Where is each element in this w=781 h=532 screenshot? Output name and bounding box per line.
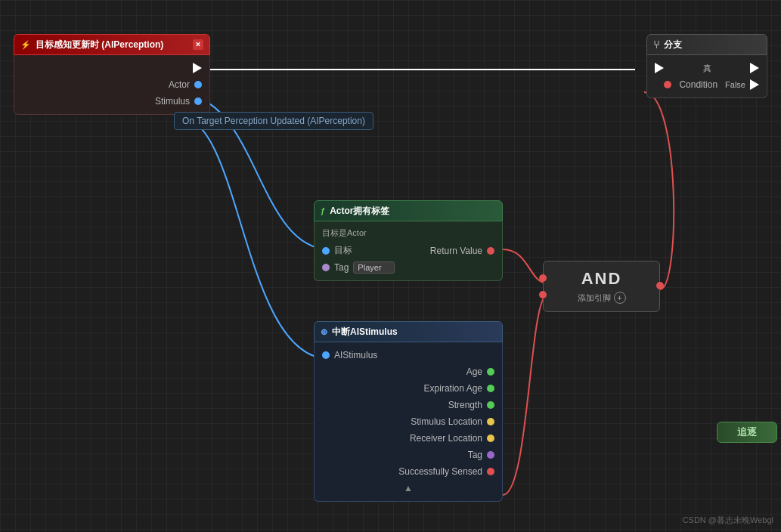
and-add-pin-btn[interactable]: + (614, 292, 626, 304)
watermark-text: CSDN @暮志未晚Webgl (683, 515, 773, 524)
ai-stimulus-exp-age-pin[interactable] (487, 385, 494, 392)
branch-false-pin[interactable] (750, 79, 759, 90)
ai-stimulus-input-row: AIStimulus (315, 347, 502, 363)
stimulus-tooltip: On Target Perception Updated (AIPercepti… (174, 112, 373, 130)
branch-true-pin[interactable] (750, 63, 759, 73)
actor-tag-node: ƒ Actor拥有标签 目标是Actor 目标 Return Value Tag (314, 200, 503, 281)
branch-node: ⑂ 分支 真 Condition False (646, 34, 767, 98)
branch-exec-in[interactable] (655, 63, 664, 73)
ai-stimulus-body: AIStimulus Age Expiration Age Strength S… (314, 342, 503, 502)
ai-stimulus-input-pin[interactable] (322, 351, 330, 359)
branch-node-body: 真 Condition False (646, 55, 767, 98)
actor-tag-target-pin[interactable] (322, 247, 330, 255)
actor-tag-body: 目标是Actor 目标 Return Value Tag (314, 221, 503, 281)
ai-stimulus-recv-pin[interactable] (487, 435, 494, 442)
ai-stimulus-strength-pin[interactable] (487, 401, 494, 409)
actor-tag-return-label: Return Value (430, 246, 482, 256)
tooltip-text: On Target Perception Updated (AIPercepti… (182, 116, 365, 126)
ai-stimulus-sensed-pin[interactable] (487, 468, 494, 475)
actor-tag-subtitle: 目标是Actor (315, 226, 502, 242)
chase-node-header: 追逐 (717, 422, 777, 443)
branch-node-header: ⑂ 分支 (646, 34, 767, 55)
ai-stimulus-loc-label: Stimulus Location (411, 416, 482, 427)
ai-stimulus-exp-age-label: Expiration Age (424, 383, 482, 394)
actor-tag-tag-row: Tag (315, 259, 502, 276)
event-node: ⚡ 目标感知更新时 (AIPerception) ✕ Actor Stimulu… (14, 34, 210, 115)
event-node-close[interactable]: ✕ (193, 39, 203, 50)
and-input-pins (539, 274, 547, 298)
and-label: AND (581, 269, 622, 289)
branch-false-label: False (725, 80, 745, 89)
and-node-body: AND 添加引脚 + (543, 261, 660, 312)
actor-tag-tag-input[interactable] (353, 261, 395, 274)
actor-tag-icon: ƒ (321, 206, 325, 215)
ai-stimulus-strength-label: Strength (448, 400, 482, 410)
actor-tag-target-row: 目标 Return Value (315, 242, 502, 259)
watermark: CSDN @暮志未晚Webgl (683, 515, 773, 526)
ai-stimulus-exp-age-row: Expiration Age (315, 380, 502, 397)
actor-tag-tag-pin[interactable] (322, 264, 330, 271)
event-icon: ⚡ (20, 40, 31, 50)
actor-tag-return-pin[interactable] (487, 247, 494, 255)
ai-stimulus-age-label: Age (466, 367, 482, 377)
and-output-pin-container (656, 281, 664, 292)
chase-node[interactable]: 追逐 (717, 422, 777, 443)
ai-stimulus-age-pin[interactable] (487, 368, 494, 376)
ai-stimulus-header: ⊕ 中断AIStimulus (314, 321, 503, 342)
actor-tag-title: Actor拥有标签 (330, 205, 389, 218)
event-actor-pin[interactable] (194, 81, 202, 88)
event-stimulus-row: Stimulus (14, 93, 209, 110)
event-stimulus-pin[interactable] (194, 97, 202, 105)
and-input-pin-2[interactable] (539, 291, 547, 298)
ai-stimulus-age-row: Age (315, 363, 502, 380)
chase-node-label: 追逐 (737, 425, 757, 439)
event-node-title: 目标感知更新时 (AIPerception) (36, 39, 163, 51)
event-actor-label: Actor (169, 79, 190, 90)
ai-stimulus-tag-pin[interactable] (487, 451, 494, 459)
event-exec-row (14, 60, 209, 76)
branch-condition-row: Condition False (647, 76, 767, 93)
and-input-pin-1[interactable] (539, 274, 547, 282)
ai-stimulus-collapse[interactable]: ▲ (315, 480, 502, 496)
ai-stimulus-input-label: AIStimulus (334, 350, 377, 360)
ai-stimulus-title: 中断AIStimulus (332, 326, 398, 339)
branch-condition-input-pin[interactable] (664, 81, 671, 88)
ai-stimulus-sensed-row: Successfully Sensed (315, 463, 502, 480)
and-sub: 添加引脚 + (578, 292, 626, 304)
ai-stimulus-node: ⊕ 中断AIStimulus AIStimulus Age Expiration… (314, 321, 503, 502)
event-node-body: Actor Stimulus (14, 55, 210, 115)
ai-stimulus-loc-pin[interactable] (487, 418, 494, 425)
actor-tag-target-label: 目标 (334, 244, 352, 257)
ai-stimulus-icon: ⊕ (321, 327, 327, 337)
branch-exec-row: 真 (647, 60, 767, 76)
actor-tag-header: ƒ Actor拥有标签 (314, 200, 503, 221)
actor-tag-tag-label: Tag (334, 262, 349, 273)
and-add-pin-label: 添加引脚 (578, 292, 611, 304)
event-stimulus-label: Stimulus (155, 96, 190, 107)
ai-stimulus-loc-row: Stimulus Location (315, 413, 502, 430)
collapse-icon: ▲ (404, 483, 413, 493)
branch-condition-label: Condition (679, 79, 717, 90)
ai-stimulus-tag-row: Tag (315, 447, 502, 463)
ai-stimulus-strength-row: Strength (315, 397, 502, 413)
ai-stimulus-recv-row: Receiver Location (315, 430, 502, 447)
branch-true-label: 真 (703, 63, 711, 74)
ai-stimulus-sensed-label: Successfully Sensed (398, 466, 482, 477)
and-node: AND 添加引脚 + (543, 261, 660, 312)
event-actor-row: Actor (14, 76, 209, 93)
ai-stimulus-tag-label: Tag (468, 450, 482, 460)
event-exec-pin[interactable] (193, 63, 202, 73)
and-output-pin[interactable] (656, 282, 664, 289)
event-node-header: ⚡ 目标感知更新时 (AIPerception) ✕ (14, 34, 210, 55)
ai-stimulus-recv-label: Receiver Location (410, 433, 482, 444)
branch-node-title: 分支 (664, 39, 682, 51)
